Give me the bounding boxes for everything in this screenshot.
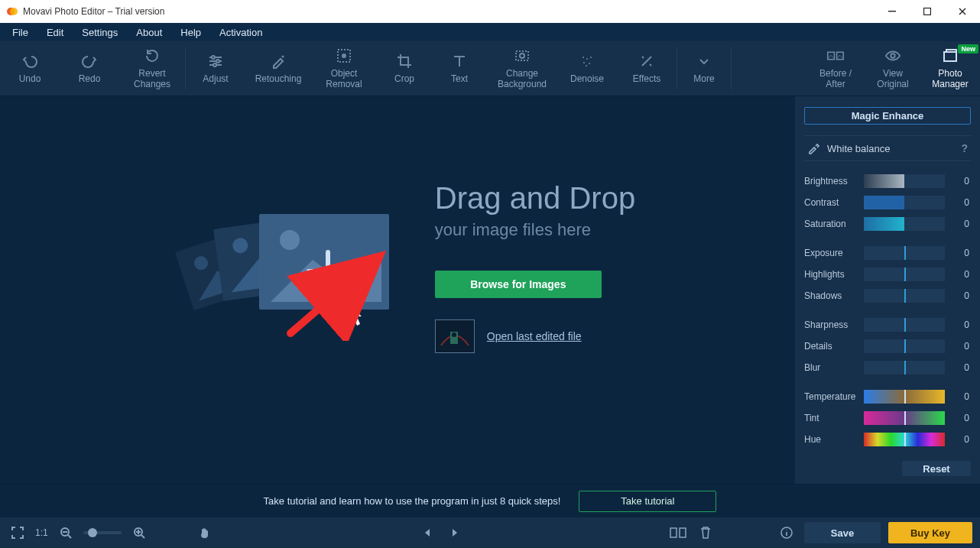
text-button[interactable]: Text <box>432 41 487 96</box>
drop-subheading: your image files here <box>435 220 635 240</box>
svg-rect-2 <box>888 11 896 11</box>
retouching-button[interactable]: Retouching <box>245 41 311 96</box>
compare-button[interactable] <box>668 523 688 543</box>
slider-exposure[interactable]: Exposure0 <box>804 244 971 262</box>
white-balance-label: White balance <box>827 143 890 154</box>
menu-settings[interactable]: Settings <box>73 24 127 41</box>
app-icon <box>6 5 18 18</box>
slider-contrast[interactable]: Contrast0 <box>804 193 971 212</box>
open-last-edited-link[interactable]: Open last edited file <box>487 330 582 342</box>
slider-brightness[interactable]: Brightness0 <box>804 172 971 190</box>
white-balance-row[interactable]: White balance ? <box>804 135 971 161</box>
revert-changes-button[interactable]: Revert Changes <box>119 41 185 96</box>
menu-activation[interactable]: Activation <box>210 24 271 41</box>
change-background-button[interactable]: Change Background <box>487 41 557 96</box>
svg-point-12 <box>582 57 584 58</box>
hand-tool-button[interactable] <box>195 523 215 543</box>
statusbar: 1:1 Save Buy Key <box>0 517 980 548</box>
svg-point-16 <box>589 63 590 64</box>
browse-for-images-button[interactable]: Browse for Images <box>435 271 602 298</box>
more-button[interactable]: More <box>677 41 731 96</box>
reset-button[interactable]: Reset <box>902 461 971 476</box>
close-button[interactable] <box>945 0 980 23</box>
svg-point-1 <box>10 8 18 15</box>
before-after-button[interactable]: Before / After <box>806 41 865 96</box>
svg-point-6 <box>213 63 216 66</box>
zoom-out-button[interactable] <box>56 523 76 543</box>
revert-icon <box>144 47 161 64</box>
buy-key-button[interactable]: Buy Key <box>888 522 972 543</box>
retouching-icon <box>270 53 287 70</box>
prev-image-button[interactable] <box>417 523 437 543</box>
photo-manager-icon <box>942 47 959 64</box>
slider-group-b: Exposure0 Highlights0 Shadows0 <box>804 244 971 305</box>
zoom-ratio[interactable]: 1:1 <box>35 527 48 538</box>
view-original-button[interactable]: View Original <box>865 41 920 96</box>
slider-group-d: Temperature0 Tint0 Hue0 <box>804 387 971 449</box>
save-button[interactable]: Save <box>804 522 881 543</box>
zoom-slider[interactable] <box>83 531 122 534</box>
tutorial-text: Take tutorial and learn how to use the p… <box>264 495 561 507</box>
magic-enhance-button[interactable]: Magic Enhance <box>804 107 971 125</box>
slider-group-c: Sharpness0 Details0 Blur0 <box>804 316 971 377</box>
photo-manager-button[interactable]: New Photo Manager <box>920 41 980 96</box>
slider-temperature[interactable]: Temperature0 <box>804 387 971 406</box>
menu-edit[interactable]: Edit <box>37 24 73 41</box>
slider-shadows[interactable]: Shadows0 <box>804 287 971 305</box>
slider-saturation[interactable]: Saturation0 <box>804 215 971 233</box>
svg-rect-10 <box>516 51 528 60</box>
svg-rect-21 <box>944 52 956 61</box>
svg-point-20 <box>891 54 895 59</box>
fullscreen-button[interactable] <box>8 523 28 543</box>
menu-file[interactable]: File <box>3 24 37 41</box>
minimize-button[interactable] <box>875 0 910 23</box>
slider-hue[interactable]: Hue0 <box>804 430 971 449</box>
svg-rect-3 <box>924 8 931 15</box>
eye-icon <box>884 47 901 64</box>
denoise-button[interactable]: Denoise <box>557 41 617 96</box>
svg-point-9 <box>342 54 346 58</box>
canvas-area[interactable]: Drag and Drop your image files here Brow… <box>0 96 795 484</box>
slider-highlights[interactable]: Highlights0 <box>804 265 971 284</box>
svg-point-4 <box>212 56 215 59</box>
menu-about[interactable]: About <box>127 24 171 41</box>
take-tutorial-button[interactable]: Take tutorial <box>579 491 716 512</box>
menu-help[interactable]: Help <box>171 24 210 41</box>
svg-point-28 <box>280 230 300 250</box>
info-button[interactable] <box>777 523 797 543</box>
svg-point-33 <box>452 332 456 337</box>
redo-icon <box>81 53 98 70</box>
slider-blur[interactable]: Blur0 <box>804 358 971 377</box>
slider-sharpness[interactable]: Sharpness0 <box>804 316 971 334</box>
help-icon[interactable]: ? <box>961 142 968 154</box>
effects-icon <box>638 53 655 70</box>
tutorial-bar: Take tutorial and learn how to use the p… <box>0 484 980 517</box>
undo-button[interactable]: Undo <box>0 41 60 96</box>
last-edited-thumbnail[interactable] <box>435 319 475 353</box>
slider-group-a: Brightness0 Contrast0 Saturation0 <box>804 172 971 233</box>
delete-button[interactable] <box>696 523 716 543</box>
before-after-icon <box>827 47 844 64</box>
toolbar: Undo Redo Revert Changes Adjust Retouchi… <box>0 41 980 96</box>
slider-tint[interactable]: Tint0 <box>804 409 971 427</box>
svg-point-15 <box>583 62 585 63</box>
chevron-down-icon <box>696 53 712 70</box>
menubar: File Edit Settings About Help Activation <box>0 23 980 41</box>
drop-heading: Drag and Drop <box>435 181 635 216</box>
next-image-button[interactable] <box>445 523 465 543</box>
slider-details[interactable]: Details0 <box>804 337 971 355</box>
object-removal-button[interactable]: Object Removal <box>311 41 377 96</box>
window-title: Movavi Photo Editor – Trial version <box>23 6 164 17</box>
svg-rect-37 <box>680 528 686 537</box>
maximize-button[interactable] <box>910 0 945 23</box>
svg-point-7 <box>282 55 284 57</box>
adjust-button[interactable]: Adjust <box>186 41 245 96</box>
crop-button[interactable]: Crop <box>377 41 432 96</box>
svg-point-5 <box>216 60 219 63</box>
svg-rect-36 <box>670 528 677 537</box>
adjust-icon <box>207 53 224 70</box>
adjust-sidebar: Magic Enhance White balance ? Brightness… <box>795 96 980 484</box>
zoom-in-button[interactable] <box>129 523 149 543</box>
effects-button[interactable]: Effects <box>617 41 677 96</box>
redo-button[interactable]: Redo <box>60 41 119 96</box>
